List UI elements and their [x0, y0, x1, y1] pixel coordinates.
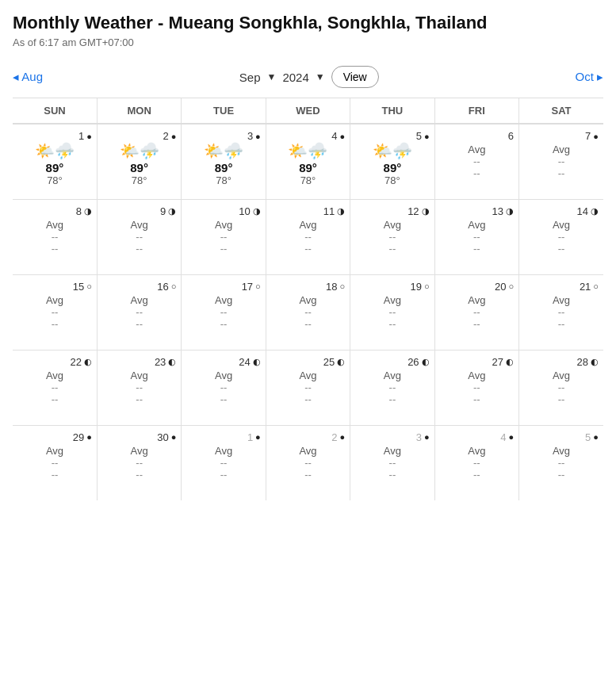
temp-low: 78° — [300, 174, 316, 186]
cell-content: Avg---- — [521, 443, 602, 481]
cell-content: 🌤️⛈️89°78° — [99, 142, 179, 186]
temp-dash-1: -- — [558, 381, 565, 393]
temp-dash-2: -- — [389, 469, 396, 481]
avg-label: Avg — [384, 219, 401, 231]
day-number: 26 — [407, 356, 419, 368]
moon-phase-icon: ● — [593, 132, 599, 141]
temp-high: 89° — [384, 161, 402, 174]
month-dropdown-icon[interactable]: ▼ — [266, 71, 276, 82]
moon-phase-icon: ◑ — [168, 206, 176, 216]
temp-dash-2: -- — [136, 393, 143, 405]
moon-phase-icon: ○ — [340, 282, 346, 291]
moon-phase-icon: ○ — [508, 282, 514, 291]
moon-phase-icon: ◑ — [506, 206, 514, 216]
cell-content: 🌤️⛈️89°78° — [352, 142, 432, 186]
cell-content: 🌤️⛈️89°78° — [14, 142, 95, 186]
calendar-cell: 4●🌤️⛈️89°78° — [266, 124, 350, 199]
day-number: 25 — [323, 356, 335, 368]
temp-dash-2: -- — [389, 393, 396, 405]
month-label: Sep — [239, 71, 261, 84]
moon-phase-icon: ○ — [424, 282, 430, 291]
cell-content: 🌤️⛈️89°78° — [268, 142, 348, 186]
cell-content: Avg---- — [183, 217, 263, 255]
calendar-cell: 23◐Avg---- — [97, 350, 181, 425]
calendar-cell: 30●Avg---- — [97, 425, 181, 500]
avg-label: Avg — [215, 294, 232, 306]
moon-phase-icon: ◑ — [84, 206, 92, 216]
calendar-cell: 19○Avg---- — [350, 274, 434, 350]
cell-content: 🌤️⛈️89°78° — [183, 142, 263, 186]
day-number: 23 — [155, 356, 166, 368]
day-number: 22 — [70, 356, 81, 368]
moon-phase-icon: ◑ — [591, 206, 599, 216]
calendar-cell: 29●Avg---- — [13, 425, 97, 500]
cell-content: Avg---- — [437, 443, 517, 481]
moon-phase-icon: ◐ — [253, 357, 261, 367]
next-month-link[interactable]: Oct ▸ — [575, 70, 603, 84]
day-number: 13 — [492, 205, 503, 217]
temp-dash-1: -- — [389, 231, 396, 243]
weekday-header-thu: THU — [350, 98, 434, 124]
day-number: 5 — [416, 130, 422, 142]
calendar-cell: 3●🌤️⛈️89°78° — [182, 124, 266, 199]
avg-label: Avg — [384, 445, 401, 457]
calendar-cell: 3●Avg---- — [350, 425, 434, 500]
prev-month-link[interactable]: ◂ Aug — [13, 70, 43, 84]
moon-phase-icon: ◑ — [337, 206, 345, 216]
cell-content: Avg---- — [437, 368, 517, 405]
day-number: 17 — [242, 281, 253, 293]
temp-dash-2: -- — [52, 318, 59, 330]
moon-phase-icon: ● — [340, 432, 346, 442]
cell-content: Avg---- — [352, 443, 432, 481]
moon-phase-icon: ● — [171, 132, 177, 141]
calendar-cell: 5●Avg---- — [519, 425, 603, 500]
day-number: 24 — [239, 356, 250, 368]
view-button[interactable]: View — [331, 66, 379, 88]
avg-label: Avg — [131, 219, 148, 231]
cell-content: Avg---- — [268, 217, 348, 255]
calendar-cell: 6Avg---- — [434, 124, 518, 199]
temp-dash-1: -- — [389, 457, 396, 469]
day-number: 8 — [76, 205, 82, 217]
calendar-cell: 21○Avg---- — [519, 274, 603, 350]
avg-label: Avg — [468, 445, 485, 457]
cell-content: Avg---- — [521, 368, 602, 405]
avg-label: Avg — [553, 294, 570, 306]
day-number: 2 — [163, 130, 168, 142]
avg-label: Avg — [553, 144, 570, 155]
temp-dash-2: -- — [52, 243, 59, 255]
temp-dash-2: -- — [304, 243, 312, 255]
calendar-cell: 18○Avg---- — [266, 274, 350, 350]
avg-label: Avg — [553, 219, 570, 231]
day-number: 19 — [410, 281, 421, 293]
avg-label: Avg — [468, 294, 485, 306]
cell-content: Avg---- — [14, 368, 95, 405]
temp-dash-2: -- — [136, 243, 143, 255]
calendar-cell: 20○Avg---- — [434, 274, 518, 350]
weekday-header-sat: SAT — [519, 98, 603, 124]
year-dropdown-icon[interactable]: ▼ — [316, 71, 325, 82]
temp-dash-2: -- — [136, 469, 143, 481]
temp-high: 89° — [46, 161, 64, 174]
day-number: 1 — [247, 431, 253, 443]
temp-high: 89° — [299, 161, 317, 174]
day-number: 9 — [160, 205, 166, 217]
day-number: 27 — [492, 356, 503, 368]
moon-phase-icon: ● — [340, 132, 346, 141]
cell-content: Avg---- — [99, 443, 179, 481]
temp-dash-2: -- — [558, 393, 565, 405]
cell-content: Avg---- — [268, 293, 348, 330]
calendar-cell: 25◐Avg---- — [266, 350, 350, 425]
calendar-cell: 24◐Avg---- — [182, 350, 266, 425]
avg-label: Avg — [215, 445, 232, 457]
temp-dash-1: -- — [52, 457, 59, 469]
day-number: 6 — [508, 130, 514, 142]
weekday-header-sun: SUN — [13, 98, 97, 124]
day-number: 21 — [580, 281, 591, 293]
temp-dash-2: -- — [304, 469, 312, 481]
cell-content: Avg---- — [437, 142, 517, 179]
day-number: 4 — [500, 431, 506, 443]
day-number: 28 — [577, 356, 588, 368]
avg-label: Avg — [131, 294, 148, 306]
day-number: 14 — [577, 205, 588, 217]
